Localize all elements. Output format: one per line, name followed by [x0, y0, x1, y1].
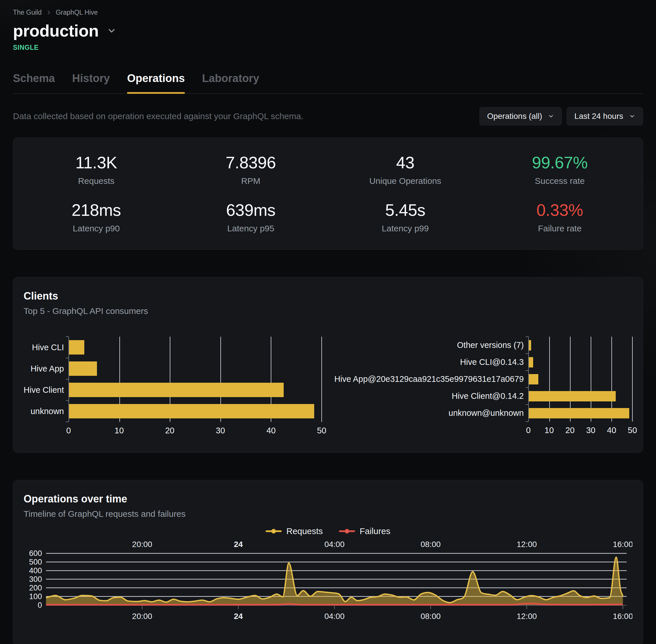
breadcrumb: The Guild GraphQL Hive [13, 9, 643, 16]
x-axis-tick-label: 0 [66, 426, 71, 435]
stat-latency-p99: 5.45sLatency p99 [328, 200, 483, 233]
x-axis-tick-label: 50 [317, 426, 326, 435]
x-axis-tick-label: 20 [165, 426, 174, 435]
chevron-right-icon [46, 10, 51, 15]
legend-dot [345, 529, 349, 533]
x-axis-top-label: 12:00 [517, 540, 537, 549]
operations-filter-dropdown[interactable]: Operations (all) [479, 107, 562, 125]
table-row [69, 400, 322, 422]
bar [529, 391, 616, 401]
x-axis-bottom-label: 04:00 [324, 612, 344, 621]
requests-area [46, 557, 623, 605]
tab-laboratory[interactable]: Laboratory [202, 72, 259, 94]
stat-rpm: 7.8396RPM [173, 153, 328, 186]
axis-tick [66, 379, 69, 380]
chevron-down-icon [629, 113, 635, 119]
page: The Guild GraphQL Hive production SINGLE… [0, 0, 656, 644]
axis-tick [526, 387, 528, 388]
client-versions-top5-labels: Other versions (7)Hive CLI@0.14.3Hive Ap… [334, 337, 528, 421]
y-axis-tick-label: 300 [29, 575, 42, 583]
client-versions-top5-grid: Other versions (7)Hive CLI@0.14.3Hive Ap… [334, 337, 632, 438]
bar [69, 340, 84, 354]
clients-top5-labels: Hive CLIHive AppHive Clientunknown [24, 337, 69, 422]
period-filter-label: Last 24 hours [574, 112, 623, 121]
table-row [529, 371, 632, 388]
stat-value: 639ms [173, 200, 328, 220]
bar-category-label: unknown@unknown [334, 405, 528, 421]
operations-filter-label: Operations (all) [487, 112, 542, 121]
stat-label: Latency p95 [173, 224, 328, 233]
client-versions-top5-plot [528, 337, 632, 421]
legend-item-requests[interactable]: Requests [265, 526, 323, 536]
stat-label: Unique Operations [328, 176, 483, 186]
period-filter-dropdown[interactable]: Last 24 hours [566, 107, 643, 125]
stat-success-rate: 99.67%Success rate [483, 153, 637, 186]
operations-description: Data collected based on operation execut… [13, 111, 304, 121]
axis-tick [526, 337, 528, 337]
y-axis-tick-label: 0 [38, 601, 42, 610]
table-row [69, 379, 322, 400]
stat-value: 11.3K [19, 153, 173, 172]
axis-tick [526, 421, 528, 422]
y-axis-tick-label: 500 [29, 558, 42, 566]
bar-category-label: Hive Client@0.14.2 [334, 388, 528, 405]
axis-tick [526, 370, 528, 371]
tab-schema[interactable]: Schema [13, 72, 55, 94]
clients-top5-plot [69, 337, 322, 422]
stat-value: 5.45s [328, 200, 483, 220]
x-axis-bottom-label: 20:00 [132, 612, 152, 621]
tab-operations[interactable]: Operations [127, 72, 185, 94]
legend-marker-icon [265, 527, 282, 536]
bar [69, 362, 97, 376]
axis-tick [66, 421, 69, 422]
axis-tick [526, 353, 528, 354]
stat-label: RPM [173, 176, 328, 186]
x-axis-bottom-label: 24 [234, 612, 243, 621]
x-axis-tick-label: 40 [266, 426, 276, 435]
bar [69, 404, 314, 418]
axis-tick [526, 404, 528, 405]
bar-category-label: Hive App@20e3129caa921c35e9979631e17a067… [334, 371, 528, 388]
timeline-card-title: Operations over time [24, 493, 632, 505]
x-axis-tick-label: 10 [115, 426, 124, 435]
clients-charts: Hive CLIHive AppHive Clientunknown010203… [24, 337, 632, 444]
clients-top5-grid: Hive CLIHive AppHive Clientunknown010203… [24, 337, 322, 438]
bar-category-label: Hive CLI [24, 337, 69, 358]
x-axis-tick-label: 0 [526, 426, 531, 435]
table-row [69, 358, 322, 379]
target-selector-chevron-icon[interactable] [107, 26, 117, 36]
axis-tick [66, 337, 69, 337]
breadcrumb-project[interactable]: GraphQL Hive [56, 9, 98, 16]
legend-item-failures[interactable]: Failures [339, 526, 391, 536]
client-versions-bar-chart: Other versions (7)Hive CLI@0.14.3Hive Ap… [334, 337, 632, 438]
y-axis-tick-label: 200 [29, 583, 42, 592]
title-row: production [13, 21, 643, 40]
table-row [529, 337, 632, 354]
bar-category-label: Hive CLI@0.14.3 [334, 354, 528, 371]
table-row [529, 388, 632, 405]
legend-dot [271, 529, 276, 533]
filter-buttons: Operations (all) Last 24 hours [479, 107, 643, 125]
clients-card-subtitle: Top 5 - GraphQL API consumers [24, 306, 632, 316]
x-axis-tick-label: 20 [565, 426, 575, 435]
stat-latency-p90: 218msLatency p90 [19, 200, 173, 233]
y-axis-tick-label: 600 [29, 549, 42, 558]
table-row [529, 354, 632, 371]
bar-category-label: unknown [24, 400, 69, 422]
stat-value: 43 [328, 153, 483, 172]
bar [529, 340, 531, 350]
x-axis-bottom-label: 16:00 [613, 612, 632, 621]
stats-card: 11.3KRequests7.8396RPM43Unique Operation… [13, 138, 643, 250]
bar [69, 383, 284, 397]
x-axis-bottom-label: 12:00 [517, 612, 537, 621]
x-axis-top-label: 16:00 [613, 540, 632, 549]
page-header: The Guild GraphQL Hive production SINGLE… [0, 0, 656, 94]
tab-history[interactable]: History [72, 72, 110, 94]
timeline-legend: RequestsFailures [24, 526, 632, 536]
legend-label: Requests [286, 526, 323, 536]
stat-label: Failure rate [483, 224, 637, 233]
bar-category-label: Other versions (7) [334, 337, 528, 354]
y-axis-tick-label: 400 [29, 566, 42, 575]
x-axis-tick-label: 30 [586, 426, 595, 435]
breadcrumb-org[interactable]: The Guild [13, 9, 42, 16]
